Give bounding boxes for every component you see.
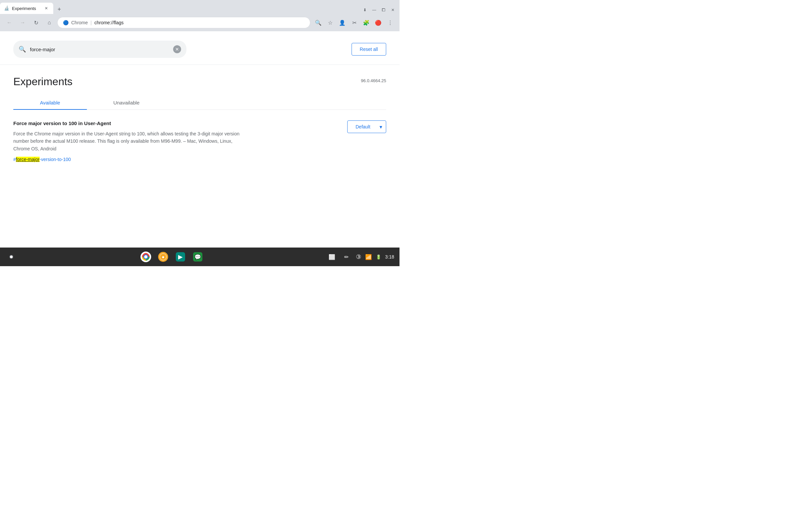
search-input[interactable] [30,46,169,52]
forward-button[interactable]: → [17,17,28,28]
new-tab-button[interactable]: + [55,5,64,14]
omnibox-separator: | [91,20,92,25]
page-title: Experiments [13,76,73,88]
home-button[interactable]: ⌂ [44,17,55,28]
flag-control: Default Enabled Disabled [347,120,386,133]
svg-point-2 [144,255,148,259]
search-area: 🔍 ✕ Reset all [0,31,400,65]
tab-favicon: 🔬 [4,6,9,11]
flags-list: Force major version to 100 in User-Agent… [0,110,400,173]
window-controls: ⬇ — ⧠ ✕ [361,6,400,14]
flag-info: Force major version to 100 in User-Agent… [13,120,337,163]
bookmark-icon[interactable]: ☆ [325,17,336,28]
tabs: Available Unavailable [13,96,386,110]
search-icon: 🔍 [19,45,26,53]
flag-link-suffix: -version-to-100 [40,157,71,162]
browser-frame: 🔬 Experiments ✕ + ⬇ — ⧠ ✕ ← → ↻ ⌂ 🔵 Chro… [0,0,400,266]
taskbar-wifi-icon: 📶 [365,254,372,260]
toolbar-icons: 🔍 ☆ 👤 ✂ 🧩 🔴 ⋮ [313,17,395,28]
tab-title: Experiments [12,6,41,11]
tabs-container: Available Unavailable [0,96,400,110]
svg-text:▶: ▶ [178,253,183,260]
taskbar-screen-record-icon[interactable]: ⬜ [327,251,337,262]
flag-select-wrapper: Default Enabled Disabled [347,120,386,133]
flag-select[interactable]: Default Enabled Disabled [347,120,386,133]
tab-bar: 🔬 Experiments ✕ + ⬇ — ⧠ ✕ [0,0,400,14]
omnibox-url: chrome://flags [94,20,124,25]
close-button[interactable]: ✕ [389,6,397,14]
active-tab[interactable]: 🔬 Experiments ✕ [0,3,53,14]
flag-item: Force major version to 100 in User-Agent… [13,120,386,163]
svg-text:●: ● [162,254,165,260]
back-button[interactable]: ← [4,17,15,28]
minimize-button[interactable]: — [370,6,378,14]
page-content: 🔍 ✕ Reset all Experiments 96.0.4664.25 A… [0,31,400,248]
taskbar-left [5,251,17,263]
reload-button[interactable]: ↻ [31,17,41,28]
omnibox[interactable]: 🔵 Chrome | chrome://flags [57,17,310,28]
search-icon[interactable]: 🔍 [313,17,323,28]
address-bar: ← → ↻ ⌂ 🔵 Chrome | chrome://flags 🔍 ☆ 👤 … [0,14,400,31]
taskbar-pen-icon[interactable]: ✏ [341,251,352,262]
taskbar-center: ● ▶ 💬 [140,251,204,263]
taskbar-battery-number: ③ [356,253,361,261]
search-clear-button[interactable]: ✕ [173,45,181,53]
flag-description: Force the Chrome major version in the Us… [13,130,240,152]
tab-close-button[interactable]: ✕ [43,5,49,11]
extension3-icon[interactable]: 🔴 [373,17,384,28]
omnibox-security-icon: 🔵 [63,20,69,25]
taskbar-app3-icon[interactable]: ▶ [174,251,186,263]
flag-anchor-link[interactable]: #force-major-version-to-100 [13,157,71,162]
search-box: 🔍 ✕ [13,41,186,58]
taskbar-right: ⬜ ✏ ③ 📶 🔋 3:18 [327,251,394,262]
taskbar-battery-icon: 🔋 [376,254,381,260]
taskbar-time: 3:18 [385,254,394,260]
reset-all-button[interactable]: Reset all [352,43,386,56]
flag-link-prefix: # [13,157,16,162]
profile-icon[interactable]: 👤 [337,17,348,28]
taskbar-app4-icon[interactable]: 💬 [192,251,204,263]
taskbar-status-dot [5,251,17,263]
svg-text:💬: 💬 [194,254,201,260]
flag-name: Force major version to 100 in User-Agent [13,120,337,126]
download-button[interactable]: ⬇ [361,6,369,14]
experiments-header: Experiments 96.0.4664.25 [0,65,400,88]
version-text: 96.0.4664.25 [361,76,386,83]
taskbar-chrome-icon[interactable] [140,251,152,263]
maximize-button[interactable]: ⧠ [379,6,388,14]
extension2-icon[interactable]: 🧩 [361,17,372,28]
omnibox-chrome-label: Chrome [71,20,88,25]
flag-link-highlight: force-major [16,157,40,162]
taskbar-app2-icon[interactable]: ● [157,251,169,263]
tab-unavailable[interactable]: Unavailable [87,96,166,110]
tab-available[interactable]: Available [13,96,87,110]
extension1-icon[interactable]: ✂ [349,17,359,28]
menu-icon[interactable]: ⋮ [385,17,395,28]
taskbar: ● ▶ 💬 ⬜ ✏ ③ 📶 🔋 3:18 [0,248,400,266]
